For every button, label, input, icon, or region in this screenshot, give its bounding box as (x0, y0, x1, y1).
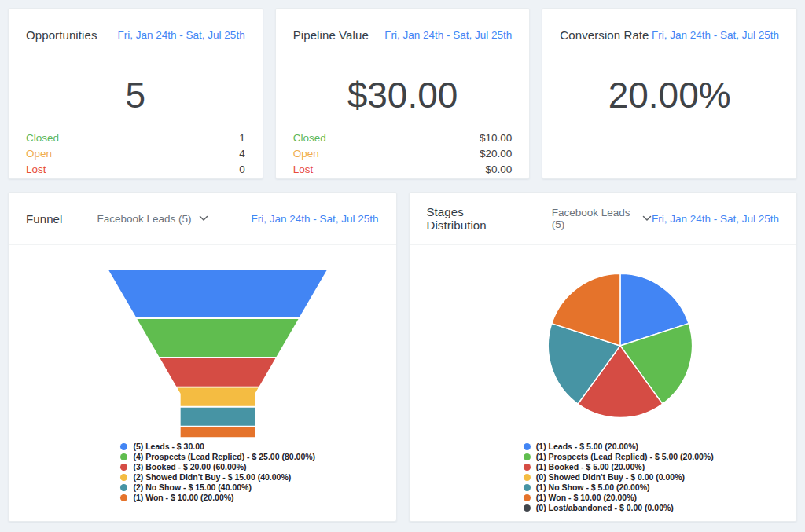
stat-row: Open4 (26, 146, 245, 162)
funnel-segment[interactable] (181, 427, 255, 438)
legend-color-dot (120, 443, 127, 450)
legend-color-dot (524, 494, 531, 501)
stat-row: Open$20.00 (293, 146, 513, 162)
opportunities-card-title: Opportunities (26, 28, 97, 42)
stat-label: Closed (293, 130, 326, 146)
legend-item: (1) Booked - $ 5.00 (20.00%) (524, 462, 714, 472)
legend-label: (1) Prospects (Lead Replied) - $ 5.00 (2… (536, 452, 714, 462)
conversion-card-title: Conversion Rate (560, 28, 649, 42)
funnel-card: Funnel Facebook Leads (5) Fri, Jan 24th … (8, 192, 397, 522)
stat-label: Open (293, 146, 319, 162)
stat-value: 4 (239, 146, 245, 162)
conversion-card-header: Conversion Rate Fri, Jan 24th - Sat, Jul… (542, 9, 796, 61)
legend-label: (0) Lost/abandoned - $ 0.00 (0.00%) (536, 503, 674, 513)
funnel-segment[interactable] (137, 319, 298, 357)
date-range-filter[interactable]: Fri, Jan 24th - Sat, Jul 25th (118, 29, 245, 41)
legend-item: (2) No Show - $ 15.00 (40.00%) (120, 482, 315, 493)
legend-item: (1) No Show - $ 5.00 (20.00%) (524, 482, 714, 493)
pipeline-card-title: Pipeline Value (293, 28, 369, 42)
stat-value: $0.00 (486, 162, 513, 178)
charts-row: Funnel Facebook Leads (5) Fri, Jan 24th … (8, 192, 797, 522)
funnel-pipeline-select[interactable]: Facebook Leads (5) (97, 213, 208, 225)
stat-label: Lost (26, 162, 46, 178)
legend-item: (0) Lost/abandoned - $ 0.00 (0.00%) (524, 503, 714, 513)
chevron-down-icon (642, 215, 652, 222)
stages-distribution-card: Stages Distribution Facebook Leads (5) F… (409, 192, 798, 522)
pie-chart-svg (410, 245, 797, 438)
chevron-down-icon (199, 215, 208, 222)
conversion-total: 20.00% (542, 74, 796, 116)
pipeline-value-card: Pipeline Value Fri, Jan 24th - Sat, Jul … (275, 8, 531, 179)
kpi-row: Opportunities Fri, Jan 24th - Sat, Jul 2… (8, 8, 797, 179)
funnel-pipeline-select-label: Facebook Leads (5) (97, 213, 191, 225)
stat-label: Closed (26, 130, 59, 146)
opportunities-card-header: Opportunities Fri, Jan 24th - Sat, Jul 2… (9, 9, 263, 61)
date-range-filter[interactable]: Fri, Jan 24th - Sat, Jul 25th (251, 213, 378, 225)
funnel-segment[interactable] (160, 358, 276, 387)
legend-color-dot (524, 443, 531, 450)
stages-pipeline-select[interactable]: Facebook Leads (5) (552, 207, 652, 230)
funnel-chart (9, 245, 396, 438)
stat-row: Closed1 (26, 130, 245, 146)
legend-color-dot (524, 464, 531, 471)
legend-item: (1) Leads - $ 5.00 (20.00%) (524, 442, 714, 452)
opportunities-stats: Closed1Open4Lost0 (9, 130, 263, 178)
stat-row: Lost$0.00 (293, 162, 513, 178)
legend-label: (2) Showed Didn't Buy - $ 15.00 (40.00%) (133, 472, 291, 482)
legend-item: (5) Leads - $ 30.00 (120, 442, 315, 452)
legend-item: (1) Won - $ 10.00 (20.00%) (120, 493, 315, 503)
date-range-filter[interactable]: Fri, Jan 24th - Sat, Jul 25th (652, 29, 779, 41)
funnel-segment[interactable] (108, 270, 327, 317)
opportunities-card: Opportunities Fri, Jan 24th - Sat, Jul 2… (8, 8, 263, 179)
legend-color-dot (120, 494, 127, 501)
pie-chart (410, 245, 797, 438)
pipeline-total: $30.00 (276, 74, 530, 116)
legend-label: (1) Won - $ 10.00 (20.00%) (536, 493, 637, 503)
legend-color-dot (120, 484, 127, 491)
stat-value: $20.00 (480, 146, 512, 162)
funnel-chart-svg (9, 245, 396, 438)
legend-color-dot (524, 484, 531, 491)
stages-legend: (1) Leads - $ 5.00 (20.00%)(1) Prospects… (524, 442, 714, 513)
stat-label: Open (26, 146, 52, 162)
legend-label: (1) No Show - $ 5.00 (20.00%) (536, 482, 650, 493)
stages-pipeline-select-label: Facebook Leads (5) (552, 207, 635, 230)
stat-label: Lost (293, 162, 314, 178)
funnel-card-title: Funnel (26, 212, 62, 226)
stat-value: $10.00 (480, 130, 512, 146)
legend-color-dot (524, 504, 531, 512)
stages-card-header: Stages Distribution Facebook Leads (5) F… (410, 193, 797, 245)
stat-row: Lost0 (26, 162, 245, 178)
legend-label: (4) Prospects (Lead Replied) - $ 25.00 (… (133, 452, 315, 462)
pipeline-stats: Closed$10.00Open$20.00Lost$0.00 (276, 130, 530, 178)
pipeline-card-header: Pipeline Value Fri, Jan 24th - Sat, Jul … (276, 9, 530, 61)
legend-item: (4) Prospects (Lead Replied) - $ 25.00 (… (120, 452, 315, 462)
legend-item: (0) Showed Didn't Buy - $ 0.00 (0.00%) (524, 472, 714, 482)
opportunities-total: 5 (9, 74, 263, 116)
legend-color-dot (524, 474, 531, 481)
dashboard-page: Opportunities Fri, Jan 24th - Sat, Jul 2… (0, 0, 805, 530)
stat-value: 1 (239, 130, 245, 146)
funnel-legend: (5) Leads - $ 30.00(4) Prospects (Lead R… (120, 442, 315, 503)
stages-card-title: Stages Distribution (427, 205, 517, 232)
funnel-segment[interactable] (177, 388, 258, 406)
legend-color-dot (120, 464, 127, 471)
date-range-filter[interactable]: Fri, Jan 24th - Sat, Jul 25th (384, 29, 512, 41)
legend-label: (1) Leads - $ 5.00 (20.00%) (536, 442, 638, 452)
stat-row: Closed$10.00 (293, 130, 513, 146)
funnel-card-header: Funnel Facebook Leads (5) Fri, Jan 24th … (9, 193, 396, 245)
legend-item: (1) Won - $ 10.00 (20.00%) (524, 493, 714, 503)
legend-label: (5) Leads - $ 30.00 (133, 442, 204, 452)
legend-label: (1) Won - $ 10.00 (20.00%) (133, 493, 233, 503)
date-range-filter[interactable]: Fri, Jan 24th - Sat, Jul 25th (652, 213, 779, 225)
conversion-rate-card: Conversion Rate Fri, Jan 24th - Sat, Jul… (542, 8, 797, 179)
legend-label: (2) No Show - $ 15.00 (40.00%) (133, 482, 252, 493)
stat-value: 0 (239, 162, 245, 178)
legend-item: (2) Showed Didn't Buy - $ 15.00 (40.00%) (120, 472, 315, 482)
funnel-segment[interactable] (181, 408, 255, 426)
legend-item: (1) Prospects (Lead Replied) - $ 5.00 (2… (524, 452, 714, 462)
legend-color-dot (120, 453, 127, 460)
legend-color-dot (524, 453, 531, 460)
legend-label: (3) Booked - $ 20.00 (60.00%) (133, 462, 246, 472)
legend-label: (0) Showed Didn't Buy - $ 0.00 (0.00%) (536, 472, 685, 482)
